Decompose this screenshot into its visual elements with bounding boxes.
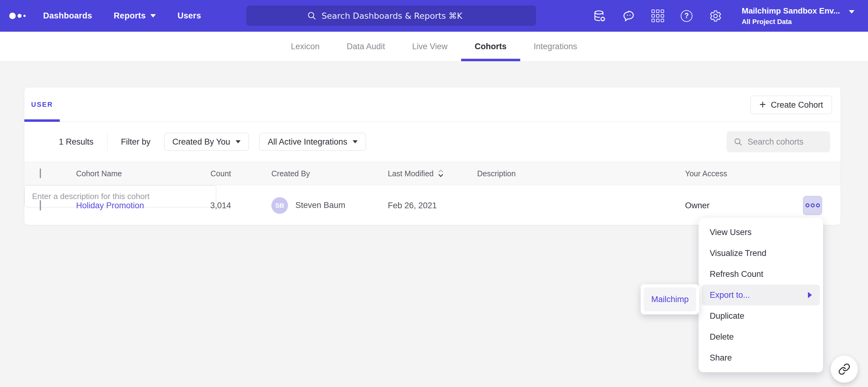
create-cohort-label: Create Cohort [771,100,823,110]
ellipsis-icon [811,203,815,207]
tab-lexicon[interactable]: Lexicon [277,32,333,61]
chevron-down-icon [236,140,241,143]
nav-links: Dashboards Reports Users [43,0,201,32]
data-gear-icon[interactable] [593,9,606,23]
search-icon [307,11,317,21]
project-scope: All Project Data [742,18,840,26]
chevron-down-icon [150,14,156,17]
sort-icon [437,169,444,178]
filter-by-label: Filter by [121,137,151,147]
settings-gear-icon[interactable] [709,9,722,23]
table-header: Cohort Name Count Created By Last Modifi… [24,162,841,185]
row-menu-button[interactable] [803,196,822,215]
created-by-cell: SB Steven Baum [271,197,345,214]
menu-item-visualize-trend[interactable]: Visualize Trend [702,243,820,263]
cohorts-card: USER + Create Cohort 1 Results Filter by… [24,87,841,225]
submenu-item-mailchimp[interactable]: Mailchimp [644,287,696,311]
column-last-modified[interactable]: Last Modified [388,169,444,178]
column-count: Count [148,169,231,178]
nav-link-label: Users [178,11,201,21]
ellipsis-icon [816,203,820,207]
row-context-menu: View Users Visualize Trend Refresh Count… [699,218,823,372]
mixpanel-logo-icon[interactable] [9,0,26,32]
plus-icon: + [759,99,766,110]
created-by-name: Steven Baum [296,201,345,210]
section-tabbar: Lexicon Data Audit Live View Cohorts Int… [0,32,868,62]
chevron-down-icon [353,140,358,143]
tab-cohorts[interactable]: Cohorts [461,32,520,61]
column-created-by: Created By [271,169,310,178]
menu-item-export-to[interactable]: Export to... [702,285,820,306]
menu-item-share[interactable]: Share [702,347,820,368]
project-name: Mailchimp Sandbox Env... [742,6,840,16]
filter-created-by-dropdown[interactable]: Created By You [164,133,249,151]
feedback-icon[interactable] [622,9,635,23]
ellipsis-icon [805,203,809,207]
create-cohort-button[interactable]: + Create Cohort [750,96,832,114]
filter-row: 1 Results Filter by Created By You All A… [24,122,841,162]
access-cell: Owner [685,201,710,210]
apps-grid-icon[interactable] [651,9,664,23]
top-nav: Dashboards Reports Users [0,0,868,32]
column-description: Description [477,169,516,178]
cohorts-page: Dashboards Reports Users [0,0,868,387]
cohort-search-input[interactable] [748,137,822,147]
results-count: 1 Results [59,137,94,147]
nav-link-reports[interactable]: Reports [114,11,156,21]
nav-link-label: Dashboards [43,11,92,21]
global-search-bar[interactable] [246,5,536,26]
nav-link-dashboards[interactable]: Dashboards [43,11,92,21]
cohort-name-link[interactable]: Holiday Promotion [76,201,144,210]
global-search-input[interactable] [321,11,475,21]
export-submenu: Mailchimp [641,284,699,314]
column-cohort-name: Cohort Name [76,169,122,178]
project-selector[interactable]: Mailchimp Sandbox Env... All Project Dat… [742,0,840,32]
menu-item-duplicate[interactable]: Duplicate [702,306,820,326]
nav-link-label: Reports [114,11,146,21]
last-modified-cell: Feb 26, 2021 [388,201,437,210]
copy-link-fab[interactable] [831,356,858,383]
menu-item-view-users[interactable]: View Users [702,222,820,243]
help-icon[interactable]: ? [680,9,693,23]
row-checkbox[interactable] [40,200,41,210]
search-icon [734,137,743,146]
tab-user-cohorts[interactable]: USER [24,87,60,122]
submenu-arrow-icon [808,292,812,298]
avatar: SB [271,197,288,214]
tab-integrations[interactable]: Integrations [520,32,591,61]
filter-integrations-dropdown[interactable]: All Active Integrations [259,133,366,151]
menu-item-refresh-count[interactable]: Refresh Count [702,263,820,285]
active-tab-underline [461,59,520,61]
column-your-access: Your Access [685,169,727,178]
tab-live-view[interactable]: Live View [399,32,461,61]
user-tab-label: USER [31,101,53,109]
project-chevron-down-icon[interactable] [849,13,855,19]
menu-item-delete[interactable]: Delete [702,326,820,347]
tab-data-audit[interactable]: Data Audit [333,32,399,61]
nav-icon-group: ? [593,0,722,32]
nav-link-users[interactable]: Users [178,11,201,21]
select-all-checkbox[interactable] [40,169,41,178]
link-icon [838,363,850,375]
cohort-count: 3,014 [148,201,231,210]
divider [107,133,107,151]
cohort-search-bar[interactable] [726,131,830,152]
active-tab-underline [24,119,60,122]
cohort-type-row: USER + Create Cohort [24,87,841,122]
